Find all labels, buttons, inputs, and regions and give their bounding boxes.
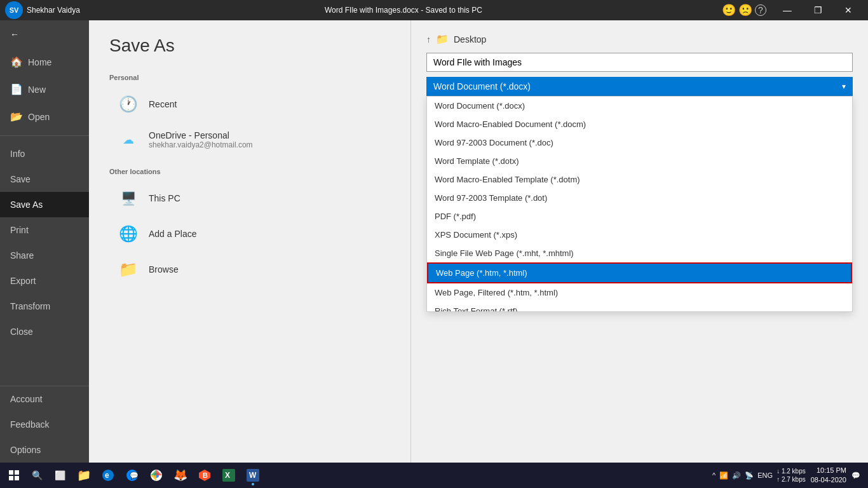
selected-format-label: Word Document (*.docx) xyxy=(433,81,842,92)
username: Shekhar Vaidya xyxy=(27,6,80,15)
sidebar-item-feedback[interactable]: Feedback xyxy=(0,412,89,437)
location-thispc[interactable]: 🖥️ This PC xyxy=(109,180,390,216)
sidebar-save-label: Save xyxy=(10,174,31,184)
back-icon: ← xyxy=(10,29,19,39)
main-content: Save As Personal 🕐 Recent ☁ OneDrive - P… xyxy=(89,20,410,463)
lang-label: ENG xyxy=(757,471,773,479)
sidebar-item-open[interactable]: 📂 Open xyxy=(0,103,89,130)
sidebar-item-account[interactable]: Account xyxy=(0,386,89,412)
user-info: SV Shekhar Vaidya xyxy=(5,1,80,19)
edge-icon[interactable]: e xyxy=(97,464,119,487)
sidebar-item-new[interactable]: 📄 New xyxy=(0,76,89,103)
titlebar: SV Shekhar Vaidya Word FIle with Images.… xyxy=(0,0,868,20)
emoji-happy: 🙂 xyxy=(722,3,736,17)
volume-icon: 🔊 xyxy=(732,471,741,480)
sidebar-item-transform[interactable]: Transform xyxy=(0,294,89,319)
format-option-pdf[interactable]: PDF (*.pdf) xyxy=(427,207,852,226)
filename-input[interactable] xyxy=(426,53,853,72)
location-onedrive[interactable]: ☁ OneDrive - Personal shekhar.vaidya2@ho… xyxy=(109,122,390,158)
window-title: Word FIle with Images.docx - Saved to th… xyxy=(85,6,722,15)
format-option-dot[interactable]: Word 97-2003 Template (*.dot) xyxy=(427,189,852,207)
close-button[interactable]: ✕ xyxy=(834,0,863,20)
brave-icon[interactable]: B xyxy=(193,464,216,487)
format-option-rtf[interactable]: Rich Text Format (*.rtf) xyxy=(427,302,852,312)
onedrive-icon: ☁ xyxy=(117,128,140,151)
format-option-docm[interactable]: Word Macro-Enabled Document (*.docm) xyxy=(427,115,852,133)
recent-name: Recent xyxy=(149,99,177,109)
addplace-name: Add a Place xyxy=(149,229,197,239)
sidebar-item-share[interactable]: Share xyxy=(0,243,89,268)
sidebar-close-label: Close xyxy=(10,327,33,337)
svg-text:W: W xyxy=(249,471,257,480)
maximize-button[interactable]: ❐ xyxy=(803,0,832,20)
minimize-button[interactable]: — xyxy=(773,0,802,20)
file-explorer-icon[interactable]: 📁 xyxy=(72,464,95,487)
personal-label: Personal xyxy=(109,74,390,81)
format-option-doc[interactable]: Word 97-2003 Document (*.doc) xyxy=(427,133,852,152)
format-option-mht[interactable]: Single File Web Page (*.mht, *.mhtml) xyxy=(427,244,852,262)
start-button[interactable] xyxy=(3,464,25,487)
svg-text:💬: 💬 xyxy=(130,471,139,480)
thispc-name: This PC xyxy=(149,193,180,203)
sidebar-item-info[interactable]: Info xyxy=(0,141,89,166)
onedrive-name: OneDrive - Personal xyxy=(149,130,253,140)
chrome-icon[interactable] xyxy=(145,464,168,487)
time: 10:15 PM xyxy=(811,466,846,475)
page-title: Save As xyxy=(109,36,390,56)
feedback-label: Feedback xyxy=(10,419,49,430)
home-icon: 🏠 xyxy=(10,56,23,68)
format-option-html[interactable]: Web Page (*.htm, *.html) xyxy=(427,262,852,283)
svg-rect-1 xyxy=(15,470,19,475)
sidebar-info-label: Info xyxy=(10,149,25,159)
sidebar-item-export[interactable]: Export xyxy=(0,268,89,294)
sidebar-item-close[interactable]: Close xyxy=(0,319,89,344)
thispc-icon: 🖥️ xyxy=(117,187,140,210)
search-button[interactable]: 🔍 xyxy=(27,465,47,485)
location-browse[interactable]: 📁 Browse xyxy=(109,252,390,287)
sidebar-item-saveas[interactable]: Save As xyxy=(0,192,89,217)
sidebar-divider-1 xyxy=(0,135,89,136)
user-avatar: SV xyxy=(5,1,23,19)
excel-icon[interactable]: X xyxy=(217,464,240,487)
svg-text:B: B xyxy=(203,471,208,479)
sidebar-item-home[interactable]: 🏠 Home xyxy=(0,48,89,76)
firefox-icon[interactable]: 🦊 xyxy=(169,464,192,487)
dropdown-chevron: ▾ xyxy=(842,82,846,91)
format-option-docx[interactable]: Word Document (*.docx) xyxy=(427,97,852,115)
up-arrow[interactable]: ^ xyxy=(712,471,715,479)
path-up-arrow[interactable]: ↑ xyxy=(426,34,431,44)
format-select[interactable]: Word Document (*.docx) ▾ xyxy=(426,77,853,96)
onedrive-email: shekhar.vaidya2@hotmail.com xyxy=(149,140,253,149)
help-icon[interactable]: ? xyxy=(755,4,766,16)
sidebar-home-label: Home xyxy=(28,57,51,67)
recent-icon: 🕐 xyxy=(117,93,140,116)
sidebar-saveas-label: Save As xyxy=(10,200,43,210)
back-button[interactable]: ← xyxy=(0,20,89,48)
svg-rect-3 xyxy=(15,476,19,480)
sidebar-item-save[interactable]: Save xyxy=(0,166,89,192)
sidebar-item-print[interactable]: Print xyxy=(0,217,89,243)
taskbar-right: ^ 📶 🔊 📡 ENG ↓ 1.2 kbps ↑ 2.7 kbps 10:15 … xyxy=(712,466,865,485)
addplace-icon: 🌐 xyxy=(117,222,140,245)
notification-icon[interactable]: 💬 xyxy=(851,471,860,480)
format-dropdown-container: Word Document (*.docx) ▾ Word Document (… xyxy=(426,77,853,96)
sidebar-item-options[interactable]: Options xyxy=(0,437,89,463)
location-addplace[interactable]: 🌐 Add a Place xyxy=(109,216,390,252)
sidebar-transform-label: Transform xyxy=(10,301,50,311)
location-recent[interactable]: 🕐 Recent xyxy=(109,86,390,122)
sidebar-share-label: Share xyxy=(10,250,34,261)
format-option-dotm[interactable]: Word Macro-Enabled Template (*.dotm) xyxy=(427,170,852,189)
format-option-xps[interactable]: XPS Document (*.xps) xyxy=(427,226,852,244)
options-label: Options xyxy=(10,445,41,455)
network-speed: ↓ 1.2 kbps ↑ 2.7 kbps xyxy=(776,467,806,484)
format-options-list: Word Document (*.docx) Word Macro-Enable… xyxy=(426,96,853,312)
network-icon: 📶 xyxy=(719,471,728,480)
taskview-button[interactable]: ⬜ xyxy=(48,464,71,487)
format-option-dotx[interactable]: Word Template (*.dotx) xyxy=(427,152,852,170)
format-option-htmf[interactable]: Web Page, Filtered (*.htm, *.html) xyxy=(427,283,852,302)
sidebar: ← 🏠 Home 📄 New 📂 Open Info Save Save As … xyxy=(0,20,89,463)
wifi-icon: 📡 xyxy=(745,471,754,480)
messenger-icon[interactable]: 💬 xyxy=(121,464,144,487)
clock: 10:15 PM 08-04-2020 xyxy=(811,466,846,485)
svg-rect-0 xyxy=(9,470,13,475)
